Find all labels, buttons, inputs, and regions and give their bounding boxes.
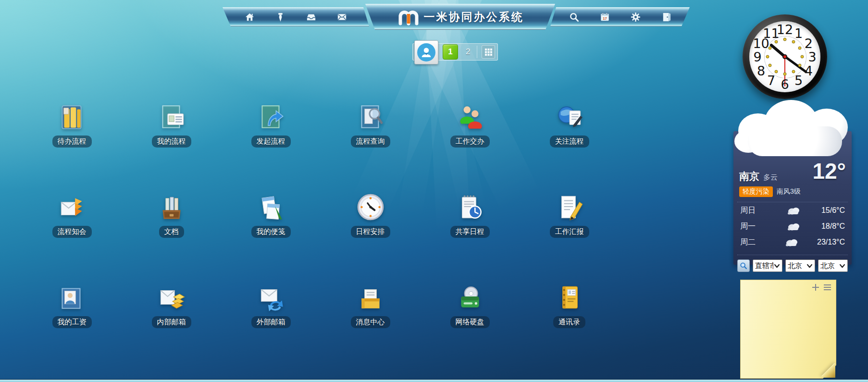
forecast-row: 周二 23/13°C	[733, 234, 852, 250]
drive-disc-icon	[454, 282, 486, 313]
clock-dot	[792, 70, 795, 74]
cloud-icon	[766, 237, 817, 247]
district-select[interactable]: 北京	[818, 259, 848, 272]
forecast-temps: 15/6°C	[821, 206, 845, 215]
desktop-app[interactable]: 日程安排	[321, 191, 420, 282]
app-label: 内部邮箱	[152, 316, 191, 328]
desktop-app[interactable]: 工作汇报	[520, 191, 619, 282]
app-label: 文档	[159, 226, 184, 238]
clock-numeral: 4	[805, 63, 813, 78]
folder-search-icon	[355, 101, 386, 133]
desktop-app[interactable]: 流程查询	[321, 101, 420, 191]
envelope-arrows-icon	[255, 282, 287, 313]
weather-forecast: 周日 15/6°C 周一 18/8°C 周二 23/13°C	[733, 202, 852, 250]
note-add-icon[interactable]	[812, 284, 819, 291]
tray-paper-icon	[355, 282, 386, 313]
clock-dot	[801, 55, 804, 59]
folder-files-icon	[56, 101, 88, 133]
desktop-app[interactable]: 网络硬盘	[420, 282, 520, 372]
clock-dot	[766, 55, 769, 59]
envelope-gold-icon	[156, 282, 187, 313]
app-label: 流程知会	[52, 226, 92, 238]
desktop-app[interactable]: 共享日程	[420, 191, 520, 282]
desktop-app[interactable]: 待办流程	[22, 101, 122, 191]
page-tab-2[interactable]: 2	[466, 47, 470, 57]
user-icon	[417, 43, 435, 62]
app-label: 流程查询	[351, 136, 390, 148]
forecast-day: 周一	[740, 222, 766, 232]
desktop-app[interactable]: 通讯录	[520, 282, 619, 372]
chevron-down-icon	[806, 261, 813, 270]
weather-current: 南京多云 轻度污染 南风3级 12°	[733, 131, 852, 197]
app-logo-icon	[397, 8, 419, 25]
city-select[interactable]: 北京	[785, 259, 815, 272]
forecast-day: 周二	[740, 237, 766, 247]
clock-numeral: 7	[767, 73, 775, 88]
weather-search-button[interactable]	[737, 259, 750, 272]
app-label: 通讯录	[553, 316, 585, 328]
weather-wind: 南风3级	[777, 187, 801, 196]
folder-arrow-icon	[255, 101, 287, 133]
app-label: 消息中心	[351, 316, 390, 328]
bottom-edge-strip	[0, 379, 868, 382]
app-label: 网络硬盘	[450, 316, 490, 328]
note-menu-icon[interactable]	[824, 284, 831, 290]
province-select[interactable]: 直辖市	[753, 259, 782, 272]
desktop-app[interactable]: 我的便笺	[221, 191, 321, 282]
calendar-icon[interactable]: 17	[599, 11, 610, 23]
weather-widget: 南京多云 轻度污染 南风3级 12° 周日 15/6°C 周一 18/8°C 周…	[733, 131, 852, 265]
grid-view-icon[interactable]	[482, 45, 495, 59]
avatar[interactable]	[414, 40, 438, 64]
app-label: 关注流程	[550, 136, 589, 148]
svg-text:17: 17	[603, 16, 607, 20]
chevron-down-icon	[774, 261, 780, 270]
forecast-day: 周日	[740, 206, 766, 216]
desktop-app[interactable]: 外部邮箱	[221, 282, 321, 372]
navbar-logo-section: 一米协同办公系统	[365, 4, 555, 30]
search-icon[interactable]	[568, 11, 580, 23]
desktop-app[interactable]: 关注流程	[520, 101, 619, 191]
logout-icon[interactable]	[660, 11, 672, 23]
app-label: 我的工资	[52, 316, 92, 328]
select-value: 北京	[820, 261, 835, 271]
mail-icon[interactable]	[336, 11, 348, 23]
cloud-icon	[766, 221, 821, 232]
forecast-row: 周日 15/6°C	[733, 202, 852, 218]
desktop: 一米协同办公系统 17 1 2	[0, 0, 868, 382]
pin-icon[interactable]	[275, 11, 286, 23]
app-label: 发起流程	[251, 136, 291, 148]
clock-dot	[798, 64, 802, 67]
desktop-app[interactable]: 文档	[122, 191, 221, 282]
cloud-icon	[766, 205, 821, 216]
clock-dot	[798, 47, 802, 50]
desktop-app[interactable]: 发起流程	[221, 101, 321, 191]
clock-numeral: 12	[777, 22, 793, 37]
desktop-app[interactable]: 消息中心	[321, 282, 420, 372]
clock-dial-icon	[355, 191, 386, 223]
paper-pencil-icon	[554, 191, 585, 223]
pollution-badge: 轻度污染	[739, 186, 773, 197]
clock-numeral: 2	[805, 36, 813, 50]
clock-widget: 123456789101112	[743, 14, 827, 99]
page-tab-1[interactable]: 1	[443, 44, 458, 60]
page-switcher: 1 2	[412, 43, 498, 61]
notes-pen-icon	[255, 191, 287, 223]
desktop-app[interactable]: 内部邮箱	[122, 282, 221, 372]
clock-dot	[792, 40, 795, 43]
app-label: 待办流程	[52, 136, 92, 148]
desktop-app[interactable]: 工作交办	[420, 101, 520, 191]
desktop-app[interactable]: 流程知会	[22, 191, 122, 282]
app-label: 工作交办	[450, 136, 490, 148]
app-label: 我的流程	[152, 136, 191, 148]
note-page-curl	[821, 363, 835, 378]
desktop-app[interactable]: 我的流程	[122, 101, 221, 191]
desktop-app[interactable]: 我的工资	[22, 282, 122, 372]
clock-numeral: 8	[757, 63, 765, 78]
settings-icon[interactable]	[630, 11, 641, 23]
box-books-icon	[156, 191, 187, 223]
forecast-temps: 18/8°C	[821, 222, 845, 231]
clock-dot	[783, 38, 787, 41]
inbox-icon[interactable]	[306, 11, 317, 23]
home-icon[interactable]	[244, 11, 256, 23]
clock-dot	[775, 40, 778, 43]
